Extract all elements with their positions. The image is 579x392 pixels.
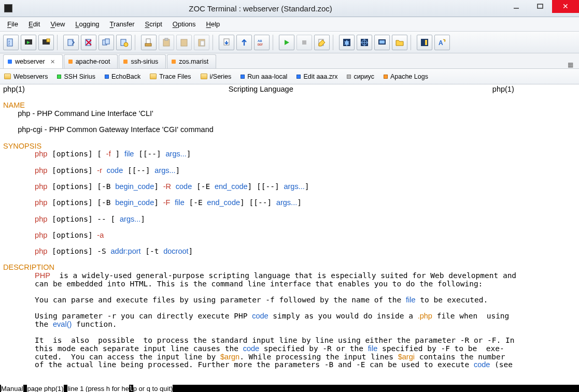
status-icon	[105, 75, 109, 79]
tab-close-icon[interactable]: ✕	[50, 59, 55, 65]
stop-script-button[interactable]	[296, 35, 312, 50]
svg-rect-38	[425, 40, 427, 45]
svg-text:DEF: DEF	[258, 43, 263, 46]
app-icon	[4, 4, 12, 12]
status-icon	[57, 75, 61, 79]
menu-view[interactable]: View	[46, 18, 69, 30]
open-folder-button[interactable]	[392, 35, 407, 50]
connect-button[interactable]	[63, 35, 79, 50]
svg-rect-28	[302, 40, 306, 45]
upload-button[interactable]	[236, 35, 252, 50]
folder-icon	[201, 74, 207, 79]
reconnect-button[interactable]	[98, 35, 114, 50]
tab-status-icon	[172, 60, 176, 64]
download-button[interactable]	[219, 35, 234, 50]
svg-point-16	[124, 42, 128, 47]
terminal-output[interactable]: php(1) Scripting Language php(1) NAME ph…	[0, 84, 579, 385]
cut-button[interactable]	[176, 35, 192, 50]
bm-ssh-sirius[interactable]: SSH Sirius	[57, 73, 95, 80]
tool4-button[interactable]	[417, 35, 432, 50]
svg-text:A: A	[439, 39, 443, 47]
run-script-button[interactable]	[279, 35, 294, 50]
minimize-button[interactable]	[504, 0, 528, 13]
status-bar: Manual page php(1) line 1 (press h for h…	[0, 385, 579, 392]
menu-options[interactable]: Options	[168, 18, 200, 30]
close-button[interactable]: ✕	[552, 0, 579, 13]
disconnect-button[interactable]	[81, 35, 96, 50]
edit-script-button[interactable]	[314, 35, 330, 50]
tab-status-icon	[8, 60, 12, 64]
profile-button[interactable]	[116, 35, 132, 50]
tool3-button[interactable]	[374, 35, 390, 50]
bm-edit-aaa[interactable]: Edit aaa.zrx	[296, 73, 337, 80]
status-icon	[241, 75, 245, 79]
text-send-button[interactable]: ABDEF	[254, 35, 270, 50]
maximize-button[interactable]	[528, 0, 552, 13]
menu-help[interactable]: Help	[202, 18, 224, 30]
bm-webservers[interactable]: Webservers	[4, 73, 48, 80]
svg-text:AB: AB	[258, 39, 262, 42]
bm-echoback[interactable]: EchoBack	[105, 73, 140, 80]
tab-status-icon	[123, 60, 128, 64]
menu-script[interactable]: Script	[141, 18, 166, 30]
folder-icon	[150, 74, 157, 79]
tab-label: apache-root	[76, 58, 110, 65]
svg-rect-8	[47, 39, 50, 42]
menu-logging[interactable]: Logging	[71, 18, 103, 30]
menu-transfer[interactable]: Transfer	[106, 18, 139, 30]
tab-webserver[interactable]: webserver ✕	[3, 54, 63, 68]
menu-file[interactable]: File	[3, 18, 22, 30]
tool5-button[interactable]: A	[434, 35, 450, 50]
titlebar: ZOC Terminal : webserver (Standard.zoc) …	[0, 0, 579, 17]
status-icon	[347, 75, 351, 79]
svg-rect-1	[538, 4, 543, 8]
window-title: ZOC Terminal : webserver (Standard.zoc)	[17, 4, 504, 13]
tab-grid-icon[interactable]: ▦	[568, 61, 574, 68]
tab-zos-marist[interactable]: zos.marist	[167, 54, 216, 68]
folder-icon	[4, 74, 11, 79]
menu-edit[interactable]: Edit	[24, 18, 44, 30]
tab-label: zos.marist	[179, 58, 208, 65]
bookmark-bar: Webservers SSH Sirius EchoBack Trace Fil…	[0, 69, 579, 84]
svg-rect-23	[201, 41, 204, 46]
status-icon	[296, 75, 301, 79]
svg-rect-18	[145, 43, 151, 46]
svg-rect-20	[165, 38, 168, 40]
paste-button[interactable]	[159, 35, 174, 50]
tab-apache-root[interactable]: apache-root	[64, 54, 118, 68]
bm-iseries[interactable]: i/Series	[201, 73, 232, 80]
svg-rect-21	[181, 39, 187, 46]
new-session-button[interactable]	[38, 35, 54, 50]
tool2-button[interactable]	[357, 35, 372, 50]
svg-rect-14	[105, 39, 109, 44]
hostdir-button[interactable]: AZ	[3, 35, 19, 50]
tab-ssh-sirius[interactable]: ssh-sirius	[119, 54, 166, 68]
status-icon	[384, 75, 388, 79]
tab-label: ssh-sirius	[131, 58, 158, 65]
tool1-button[interactable]	[339, 35, 355, 50]
tab-status-icon	[68, 60, 73, 64]
quick-connect-button[interactable]	[21, 35, 36, 50]
bm-apache-logs[interactable]: Apache Logs	[384, 73, 428, 80]
session-tabs: webserver ✕ apache-root ssh-sirius zos.m…	[0, 53, 579, 69]
svg-text:Z: Z	[8, 42, 10, 46]
clipboard-button[interactable]	[194, 35, 209, 50]
copy-button[interactable]	[141, 35, 157, 50]
toolbar: AZ ABDEF A	[0, 32, 579, 53]
bm-sirius-ru[interactable]: сириус	[347, 73, 374, 80]
bm-run-aaa[interactable]: Run aaa-local	[241, 73, 287, 80]
bm-trace-files[interactable]: Trace Files	[150, 73, 191, 80]
svg-rect-36	[379, 40, 385, 43]
tab-label: webserver	[15, 58, 45, 65]
svg-marker-27	[285, 40, 289, 45]
menubar: File Edit View Logging Transfer Script O…	[0, 17, 579, 32]
